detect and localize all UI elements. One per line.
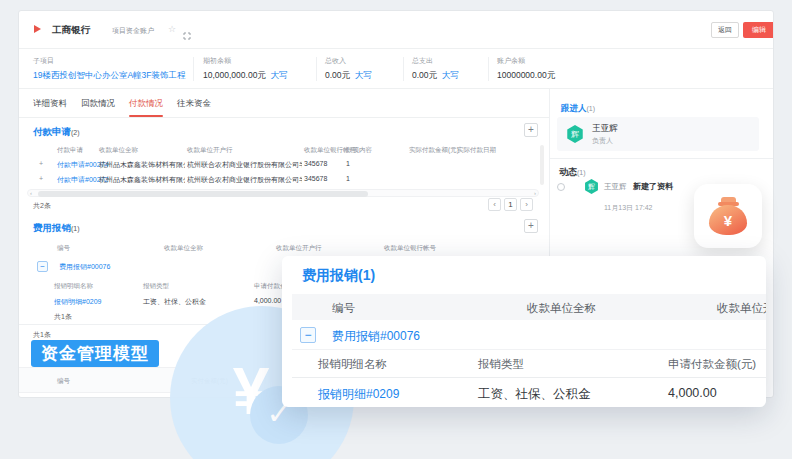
scroll-right-icon[interactable]: › <box>534 190 536 196</box>
col-detail-type: 报销类型 <box>143 282 169 291</box>
payment-section-count: (2) <box>71 129 80 136</box>
payment-table-hscrollbar[interactable]: ‹ › <box>27 189 539 197</box>
subproject-link[interactable]: 19楼西投创智中心办公室A幢3F装饰工程 <box>33 70 186 82</box>
fullscreen-icon[interactable] <box>183 26 191 44</box>
field-total-income: 总收入 0.00元 大写 <box>325 56 372 82</box>
field-value: 10,000,000.00元 大写 <box>203 70 288 82</box>
expense-section-title: 费用报销(1) <box>33 222 80 235</box>
capital-link[interactable]: 大写 <box>355 70 372 80</box>
payee-account: 345678 <box>304 175 327 182</box>
col-actual-amount: 实际付款金额(元) <box>409 146 459 155</box>
col-payee-name: 收款单位全称 <box>99 146 138 155</box>
page-number[interactable]: 1 <box>504 198 517 211</box>
active-tab-underline <box>129 115 163 117</box>
popup-detail-row[interactable]: 报销明细#0209 工资、社保、公积金 4,000.00 <box>292 378 766 407</box>
payee-name: 杭州品木森鑫装饰材料有限公司 <box>99 160 185 170</box>
tab-transactions[interactable]: 往来资金 <box>177 98 211 110</box>
col-payee-account: 收款单位银行帐号 <box>384 244 436 253</box>
payment-section-title: 付款申请(2) <box>33 126 80 139</box>
field-label: 总支出 <box>412 56 459 66</box>
capital-link[interactable]: 大写 <box>442 70 459 80</box>
detail-link[interactable]: 报销明细#0209 <box>54 297 101 307</box>
col-payee-bank: 收款单位开户行 <box>717 301 766 316</box>
edit-button[interactable]: 编辑 <box>743 22 774 38</box>
payment-row[interactable]: + 付款申请#00274 杭州品木森鑫装饰材料有限公司 杭州联合农村商业银行股份… <box>19 157 539 172</box>
activity-title-text: 动态 <box>559 167 577 177</box>
col-number: 编号 <box>57 244 70 253</box>
popup-detail-header: 报销明细名称 报销类型 申请付款金额(元) <box>292 350 766 378</box>
followers-title: 跟进人(1) <box>561 103 595 115</box>
title-bar: 工商银行 项目资金账户 ☆ 返回 编辑 <box>19 11 774 49</box>
timeline-dot-icon <box>557 183 565 191</box>
field-label: 总收入 <box>325 56 372 66</box>
expense-link[interactable]: 费用报销#00076 <box>59 262 110 272</box>
tab-payments[interactable]: 付款情况 <box>129 98 163 110</box>
scrollbar-thumb[interactable] <box>38 191 368 197</box>
follower-role: 负责人 <box>592 136 613 146</box>
detail-link[interactable]: 报销明细#0209 <box>318 386 399 403</box>
payment-table-vscrollbar[interactable] <box>540 145 544 185</box>
account-balance-value: 10000000.00元 <box>497 70 555 82</box>
scroll-left-icon[interactable]: ‹ <box>30 190 32 196</box>
add-payment-button[interactable]: + <box>524 123 538 137</box>
payment-table-header: 付款申请 收款单位全称 收款单位开户行 收款单位银行帐号 款项内容 实际付款金额… <box>19 143 549 157</box>
col-actual-date: 实际付款日期 <box>457 146 496 155</box>
field-value: 0.00元 大写 <box>325 70 372 82</box>
expense-section-title-text: 费用报销 <box>33 222 71 233</box>
field-opening-balance: 期初余额 10,000,000.00元 大写 <box>203 56 288 82</box>
col-payee-bank: 收款单位开户行 <box>187 146 233 155</box>
popup-title-count: (1) <box>358 267 375 283</box>
followers-title-text: 跟进人 <box>561 103 587 113</box>
total-expense-value: 0.00元 <box>412 70 437 80</box>
expand-icon[interactable]: + <box>39 175 43 182</box>
activity-user: 王亚辉 <box>604 182 627 192</box>
col-detail-type: 报销类型 <box>478 357 524 372</box>
activity-time: 11月13日 17:42 <box>604 203 653 213</box>
col-payee-name: 收款单位全称 <box>164 244 203 253</box>
popup-expense-row[interactable]: − 费用报销#00076 <box>292 320 766 350</box>
payee-account: 345678 <box>304 160 327 167</box>
tab-bar: 详细资料 回款情况 付款情况 往来资金 <box>19 89 549 118</box>
bank-flag-icon <box>34 25 41 33</box>
activity-action: 新建了资料 <box>633 181 673 192</box>
follower-name: 王亚辉 <box>592 123 618 135</box>
expense-link[interactable]: 费用报销#00076 <box>332 328 420 345</box>
col-number: 编号 <box>57 377 70 386</box>
payment-total-count: 共2条 <box>33 201 51 211</box>
popup-table-header: 编号 收款单位全称 收款单位开户行 <box>292 294 766 320</box>
follower-card[interactable]: 辉 王亚辉 负责人 <box>557 117 759 151</box>
capital-link[interactable]: 大写 <box>271 70 288 80</box>
activity-title: 动态(1) <box>559 166 586 179</box>
star-icon[interactable]: ☆ <box>168 24 176 34</box>
expense-total-count: 共1条 <box>33 330 51 340</box>
payment-content: 1 <box>346 175 350 182</box>
opening-balance-value: 10,000,000.00元 <box>203 70 266 80</box>
payment-row[interactable]: + 付款申请#00272 杭州品木森鑫装饰材料有限公司 杭州联合农村商业银行股份… <box>19 172 539 187</box>
followers-count: (1) <box>587 105 596 112</box>
col-payment-request: 付款申请 <box>57 146 83 155</box>
col-payee-name: 收款单位全称 <box>527 301 596 316</box>
detail-type: 工资、社保、公积金 <box>478 386 591 403</box>
moneybag-card: ¥ <box>694 184 762 248</box>
record-title: 工商银行 <box>52 24 90 37</box>
field-total-expense: 总支出 0.00元 大写 <box>412 56 459 82</box>
prev-page-button[interactable]: ‹ <box>488 198 501 211</box>
col-detail-name: 报销明细名称 <box>54 282 93 291</box>
payment-content: 1 <box>346 160 350 167</box>
expense-detail-total: 共1条 <box>54 312 72 322</box>
back-button[interactable]: 返回 <box>711 22 739 38</box>
expand-icon[interactable]: + <box>39 160 43 167</box>
next-page-button[interactable]: › <box>520 198 533 211</box>
expense-section-count: (1) <box>71 225 80 232</box>
tab-collections[interactable]: 回款情况 <box>81 98 115 110</box>
activity-count: (1) <box>577 169 586 176</box>
collapse-icon[interactable]: − <box>37 261 48 272</box>
tab-details[interactable]: 详细资料 <box>33 98 67 110</box>
add-expense-button[interactable]: + <box>524 219 538 233</box>
popup-title: 费用报销(1) <box>302 267 375 285</box>
field-subproject: 子项目 19楼西投创智中心办公室A幢3F装饰工程 <box>33 56 186 82</box>
col-number: 编号 <box>332 301 355 316</box>
payee-bank: 杭州联合农村商业银行股份有限公司半山支行 <box>187 175 302 185</box>
collapse-icon[interactable]: − <box>300 327 316 343</box>
expense-zoom-popup: 费用报销(1) 编号 收款单位全称 收款单位开户行 − 费用报销#00076 报… <box>282 256 766 407</box>
